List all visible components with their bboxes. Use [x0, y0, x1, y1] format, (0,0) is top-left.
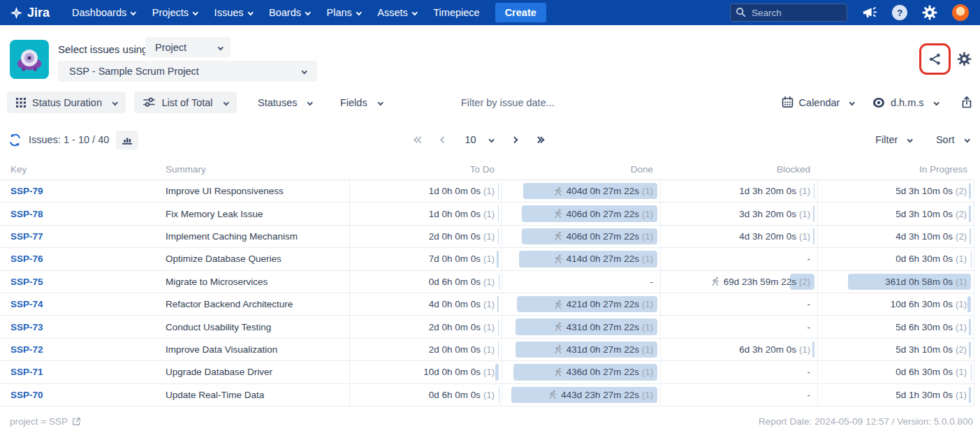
filter-dropdown[interactable]: Filter: [875, 134, 912, 145]
navbar-menu-assets[interactable]: Assets: [370, 3, 423, 22]
duration-bar: [498, 342, 499, 358]
last-page-button[interactable]: [536, 138, 543, 142]
issue-key-link[interactable]: SSP-74: [10, 299, 43, 309]
cell-in-progress: 361d 0h 58m 0s(1): [817, 271, 974, 293]
page-size-value: 10: [465, 134, 476, 145]
issue-source-dropdown[interactable]: Project: [145, 37, 231, 57]
statuses-dropdown[interactable]: Statuses: [251, 91, 319, 113]
issue-key-link[interactable]: SSP-75: [10, 277, 43, 287]
user-avatar[interactable]: [952, 4, 969, 21]
column-header-blocked: Blocked: [660, 164, 817, 175]
cell-to-do: 2d 0h 0m 0s(1): [349, 339, 502, 360]
next-page-button[interactable]: [512, 138, 517, 142]
issue-key-link[interactable]: SSP-72: [10, 344, 43, 355]
project-dropdown[interactable]: SSP - Sample Scrum Project: [58, 61, 317, 82]
cell-in-progress: 5d 6h 30m 0s(1): [817, 316, 974, 337]
search-input[interactable]: [730, 3, 847, 22]
view-mode-dropdown[interactable]: List of Total: [134, 91, 237, 113]
table-row: SSP-75 Migrate to Microservices 0d 6h 0m…: [0, 271, 974, 293]
share-button[interactable]: [928, 52, 942, 66]
column-header-in-progress: In Progress: [817, 164, 974, 175]
calendar-dropdown[interactable]: Calendar: [782, 96, 854, 108]
brand-text: Jira: [27, 6, 50, 20]
export-icon[interactable]: [960, 96, 973, 109]
time-format-dropdown[interactable]: d.h.m.s: [872, 96, 938, 109]
navbar-menu-dashboards[interactable]: Dashboards: [65, 3, 142, 22]
fields-dropdown[interactable]: Fields: [333, 91, 389, 113]
navbar-menu-timepiece[interactable]: Timepiece: [426, 3, 486, 22]
refresh-icon[interactable]: [8, 133, 22, 147]
cell-blocked: 1d 3h 20m 0s(1): [660, 180, 817, 202]
jira-logo[interactable]: Jira: [0, 6, 65, 20]
issue-key-link[interactable]: SSP-71: [10, 367, 43, 377]
cell-summary: Conduct Usability Testing: [161, 316, 349, 337]
previous-page-button[interactable]: [441, 138, 446, 142]
cell-blocked: 6d 3h 20m 0s(1): [660, 339, 817, 360]
jira-top-navbar: Jira DashboardsProjectsIssuesBoardsPlans…: [0, 0, 980, 25]
table-header: KeySummaryTo DoDoneBlockedIn Progress: [0, 159, 974, 180]
announcement-icon[interactable]: [862, 6, 877, 20]
cell-blocked: 4d 3h 20m 0s(1): [660, 226, 817, 247]
report-toolbar: Status Duration List of Total Statuses F…: [0, 91, 980, 114]
navbar-menu-projects[interactable]: Projects: [145, 3, 205, 22]
navbar-menu-boards[interactable]: Boards: [262, 3, 316, 22]
duration-bar: [495, 364, 499, 380]
create-button[interactable]: Create: [495, 3, 546, 22]
cell-done: 431d 0h 27m 22s(1): [502, 316, 660, 337]
runner-icon: [553, 300, 563, 309]
issue-key-link[interactable]: SSP-78: [10, 209, 43, 219]
table-row: SSP-71 Upgrade Database Driver 10d 0h 0m…: [0, 361, 974, 383]
issue-key-link[interactable]: SSP-70: [10, 390, 43, 400]
duration-bar: [814, 183, 814, 199]
chevron-down-icon: [247, 10, 253, 15]
calendar-icon: [782, 96, 793, 108]
jql-text: project = SSP: [10, 416, 68, 427]
search-icon: [736, 7, 746, 17]
chart-view-button[interactable]: [116, 131, 138, 149]
cell-summary: Implement Caching Mechanism: [161, 226, 349, 247]
cell-key: SSP-77: [0, 226, 161, 247]
external-link-icon[interactable]: [72, 417, 81, 426]
report-type-dropdown[interactable]: Status Duration: [7, 91, 126, 113]
help-icon[interactable]: ?: [892, 5, 907, 20]
issue-key-link[interactable]: SSP-77: [10, 231, 43, 242]
cell-key: SSP-75: [0, 271, 161, 293]
chevron-down-icon: [356, 10, 362, 15]
issue-date-filter-input[interactable]: [461, 93, 615, 112]
navbar-menu-issues[interactable]: Issues: [207, 3, 259, 22]
cell-summary: Improve UI Responsiveness: [161, 180, 349, 202]
column-header-summary: Summary: [161, 164, 349, 175]
issues-table: KeySummaryTo DoDoneBlockedIn Progress SS…: [0, 159, 974, 406]
issues-range-label: Issues: 1 - 10 / 40: [29, 134, 109, 145]
cell-done: 421d 0h 27m 22s(1): [502, 293, 660, 315]
cell-done: 406d 0h 27m 22s(1): [502, 203, 660, 224]
sort-dropdown[interactable]: Sort: [936, 134, 969, 145]
first-page-button[interactable]: [415, 138, 423, 142]
duration-bar: [813, 205, 814, 221]
settings-gear-icon[interactable]: [922, 5, 937, 20]
navbar-search: [730, 3, 847, 22]
status-duration-report-page: Jira DashboardsProjectsIssuesBoardsPlans…: [0, 0, 980, 433]
cell-done: 436d 0h 27m 22s(1): [502, 361, 660, 383]
report-type-value: Status Duration: [32, 97, 102, 108]
issue-key-link[interactable]: SSP-73: [10, 322, 43, 332]
table-row: SSP-79 Improve UI Responsiveness 1d 0h 0…: [0, 180, 974, 203]
duration-bar: [969, 183, 971, 199]
navbar-menu-plans[interactable]: Plans: [319, 3, 367, 22]
select-issues-label: Select issues using: [58, 42, 147, 57]
report-info: Report Date: 2024-05-09 12:57 / Version:…: [759, 416, 973, 427]
cell-in-progress: 5d 1h 30m 0s(1): [817, 384, 974, 406]
cell-summary: Fix Memory Leak Issue: [161, 203, 349, 224]
cell-blocked: -: [660, 293, 817, 315]
cell-summary: Refactor Backend Architecture: [161, 293, 349, 315]
cell-to-do: 0d 6h 0m 0s(1): [349, 271, 502, 293]
cell-summary: Upgrade Database Driver: [161, 361, 349, 383]
runner-icon: [553, 186, 563, 196]
cell-summary: Improve Data Visualization: [161, 339, 349, 360]
navbar-left: Jira DashboardsProjectsIssuesBoardsPlans…: [0, 0, 546, 25]
issue-key-link[interactable]: SSP-79: [10, 186, 43, 196]
pagination-row: Issues: 1 - 10 / 40 10: [0, 129, 980, 151]
report-settings-gear-icon[interactable]: [957, 52, 972, 66]
page-size-dropdown[interactable]: 10: [465, 134, 494, 145]
issue-key-link[interactable]: SSP-76: [10, 254, 43, 264]
